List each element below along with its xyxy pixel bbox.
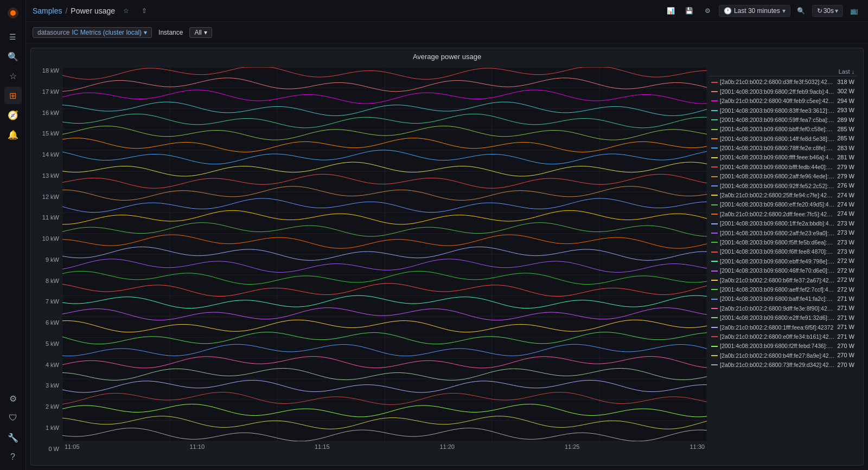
breadcrumb-home[interactable]: Samples — [33, 7, 62, 15]
legend-item[interactable]: [2001:4c08:2003:b09:6800:83ff:fee3:3612]… — [709, 106, 857, 115]
legend-color-swatch — [711, 100, 718, 101]
legend-item-name: [2001:4c08:2003:b09:6800:46ff:fe70:d6e0]… — [720, 267, 835, 275]
legend-item-name: [2001:4c08:2003:b09:6800:f2ff:febd:7436]… — [720, 342, 835, 350]
sidebar-item-dashboards[interactable]: ⊞ — [4, 87, 22, 104]
legend-item[interactable]: [2001:4c08:2003:b09:6800:46ff:fe70:d6e0]… — [709, 266, 857, 275]
legend-color-swatch — [711, 119, 718, 120]
legend-item[interactable]: [2001:4c08:2003:b09:6800:baff:fe41:fa2c]… — [709, 294, 857, 304]
legend-color-swatch — [711, 346, 718, 347]
legend-item-value: 273 W — [837, 229, 854, 237]
power-usage-panel: Average power usage 18 kW17 kW16 kW15 kW… — [30, 48, 864, 466]
legend-item-value: 279 W — [837, 163, 854, 171]
legend-item[interactable]: [2001:4c08:2003:b09:6800:92ff:fe52:2c52]… — [709, 181, 857, 190]
legend-item[interactable]: [2001:4c08:2003:b09:6800:14ff:fe8d:5e38]… — [709, 134, 857, 143]
sidebar-item-explore[interactable]: 🧭 — [4, 106, 22, 124]
legend-color-swatch — [711, 214, 718, 215]
y-axis: 18 kW17 kW16 kW15 kW14 kW13 kW12 kW11 kW… — [35, 67, 62, 452]
save-dashboard-button[interactable]: 💾 — [682, 3, 697, 18]
x-axis-label: 11:25 — [565, 443, 580, 450]
legend-item[interactable]: [2a0b:21c0:b002:2:6800:b6ff:fe37:2a67]:4… — [709, 275, 857, 285]
legend-item-name: [2001:4c08:2003:b09:6800:59ff:fea7:c5ba]… — [720, 116, 835, 124]
legend-item[interactable]: [2001:4c08:2003:b09:6800:59ff:fea7:c5ba]… — [709, 115, 857, 125]
legend-item[interactable]: [2001:4c08:2003:b09:6800:eff:fe20:49d5]:… — [709, 200, 857, 209]
legend-item[interactable]: [2a0b:21c0:b002:2:6800:d3ff:fe3f:5032]:4… — [709, 78, 857, 87]
legend-item-name: [2001:4c08:2003:b09:6800:aeff:fef2:7ccf]… — [720, 286, 835, 294]
legend-item[interactable]: [2001:4c08:2003:b09:6800:e2ff:fe91:32d6]… — [709, 313, 857, 323]
legend-item-value: 285 W — [837, 125, 854, 133]
legend-item[interactable]: [2001:4c08:2003:b09:6800:ebff:fe49:798e]… — [709, 256, 857, 266]
legend-item-name: [2001:4c08:2003:b09:6800:f6ff:fee8:4870]… — [720, 248, 835, 256]
legend-item[interactable]: [2001:4c08:2003:b09:6800:bbff:fef0:c58e]… — [709, 125, 857, 134]
legend-sort-label[interactable]: Last ↓ — [839, 68, 854, 75]
x-axis-label: 11:30 — [690, 443, 705, 450]
instance-filter-dropdown[interactable]: All ▾ — [189, 27, 212, 38]
sidebar-item-help[interactable]: ? — [4, 448, 22, 466]
x-axis: 11:0511:1011:1511:2011:2511:30 — [62, 441, 707, 452]
refresh-rate-label: 30s — [824, 7, 834, 15]
star-dashboard-button[interactable]: ☆ — [118, 3, 133, 18]
legend-item-value: 294 W — [837, 97, 854, 105]
datasource-filter[interactable]: datasource IC Metrics (cluster local) ▾ — [33, 27, 152, 38]
legend-item[interactable]: [2a0b:21c0:b002:2:6800:73ff:fe29:d342]:4… — [709, 360, 857, 370]
legend-item-value: 273 W — [837, 248, 854, 256]
chart-canvas — [62, 67, 707, 441]
legend-item-name: [2001:4c08:2003:b09:6800:83ff:fee3:3612]… — [720, 107, 835, 115]
legend-item-name: [2a0b:21c0:b002:2:6800:40ff:feb9:c5ee]:4… — [720, 97, 835, 105]
sidebar-item-settings[interactable]: ⚙ — [4, 390, 22, 407]
breadcrumb-separator: / — [65, 7, 67, 15]
refresh-picker[interactable]: ↻ 30s ▾ — [812, 5, 843, 17]
legend-color-swatch — [711, 327, 718, 328]
y-axis-label: 3 kW — [46, 382, 59, 389]
legend-item-value: 271 W — [837, 304, 854, 312]
legend-item[interactable]: [2001:4c08:2003:b09:6800:2ff:feb9:9acb]:… — [709, 87, 857, 96]
legend-item[interactable]: [2a0b:21c0:b002:2:6800:40ff:feb9:c5ee]:4… — [709, 96, 857, 106]
tv-mode-button[interactable]: 📺 — [846, 3, 861, 18]
refresh-icon: ↻ — [817, 7, 822, 15]
share-dashboard-button[interactable]: ⇧ — [137, 3, 152, 18]
add-panel-button[interactable]: 📊 — [663, 3, 679, 18]
legend-item[interactable]: [2001:4c08:2003:b09:6800:aeff:fef2:7ccf]… — [709, 285, 857, 294]
legend-item[interactable]: [2001:4c08:2003:b09:6800:2aff:fe23:e9a0]… — [709, 228, 857, 237]
zoom-out-button[interactable]: 🔍 — [794, 3, 809, 18]
y-axis-label: 5 kW — [46, 340, 59, 347]
y-axis-label: 9 kW — [46, 256, 59, 263]
legend-item-value: 270 W — [837, 342, 854, 350]
legend-item[interactable]: [2001:4c08:2003:b09:6800:f5ff:fe5b:d6ea]… — [709, 238, 857, 247]
legend-color-swatch — [711, 195, 718, 196]
instance-filter-chevron: ▾ — [204, 29, 207, 36]
legend-item[interactable]: [2a0b:21c0:b002:2:6800:e0ff:fe34:b161]:4… — [709, 332, 857, 342]
legend-item[interactable]: [2a0b:21c0:b002:2:6800:2dff:feee:7fc5]:4… — [709, 209, 857, 218]
sidebar-item-alerts[interactable]: 🔔 — [4, 126, 22, 143]
chart-area: 18 kW17 kW16 kW15 kW14 kW13 kW12 kW11 kW… — [31, 65, 863, 465]
legend-item-value: 272 W — [837, 276, 854, 284]
legend-item[interactable]: [2001:4c08:2003:b09:6800:1ff:fe2a:bbdb]:… — [709, 219, 857, 228]
legend-item[interactable]: [2001:4c08:2003:b09:6800:bfff:fedb:44e0]… — [709, 163, 857, 172]
legend-item[interactable]: [2001:4c08:2003:b09:6800:ffff:feee:b46a]… — [709, 153, 857, 162]
legend-item-value: 279 W — [837, 172, 854, 181]
dashboard-settings-button[interactable]: ⚙ — [700, 3, 716, 18]
sidebar-item-plugin[interactable]: 🔧 — [4, 429, 22, 446]
y-axis-label: 11 kW — [42, 214, 59, 221]
legend-item[interactable]: [2001:4c08:2003:b09:6800:f2ff:febd:7436]… — [709, 342, 857, 351]
legend-item-name: [2a0b:21c0:b002:2:6800:9dff:fe3e:8f90]:4… — [720, 305, 835, 313]
sidebar-toggle[interactable]: ☰ — [4, 28, 22, 46]
time-range-picker[interactable]: 🕐 Last 30 minutes ▾ — [719, 5, 790, 17]
legend-item-name: [2a0b:21c0:b002:2:6800:2dff:feee:7fc5]:4… — [720, 210, 835, 218]
legend-item[interactable]: [2001:4c08:2003:b09:6800:f6ff:fee8:4870]… — [709, 247, 857, 256]
legend-item-value: 274 W — [837, 210, 854, 218]
legend-color-swatch — [711, 261, 718, 262]
legend-item[interactable]: [2a0b:21c0:b002:2:6800:b4ff:fe27:8a9e]:4… — [709, 351, 857, 360]
y-axis-label: 1 kW — [46, 424, 59, 431]
legend-item[interactable]: [2001:4c08:2003:b09:6800:78ff:fe2e:c8fe]… — [709, 144, 857, 153]
legend-color-swatch — [711, 289, 718, 290]
dashboard-area: Average power usage 18 kW17 kW16 kW15 kW… — [26, 43, 868, 470]
panel-title: Average power usage — [31, 48, 863, 65]
legend-item[interactable]: [2a0b:21c0:b002:2:6800:9dff:fe3e:8f90]:4… — [709, 304, 857, 313]
legend-item[interactable]: [2a0b:21c0:b002:2:6800:25ff:fe94:c7fe]:4… — [709, 191, 857, 200]
legend-item[interactable]: [2a0b:21c0:b002:2:6800:1fff:feea:6f5f]:4… — [709, 323, 857, 332]
sidebar-item-search[interactable]: 🔍 — [4, 48, 22, 65]
sidebar-item-starred[interactable]: ☆ — [4, 67, 22, 85]
legend-item[interactable]: [2001:4c08:2003:b09:6800:2aff:fe96:4ede]… — [709, 172, 857, 181]
sidebar-item-shield[interactable]: 🛡 — [4, 409, 22, 427]
refresh-chevron: ▾ — [835, 7, 838, 15]
